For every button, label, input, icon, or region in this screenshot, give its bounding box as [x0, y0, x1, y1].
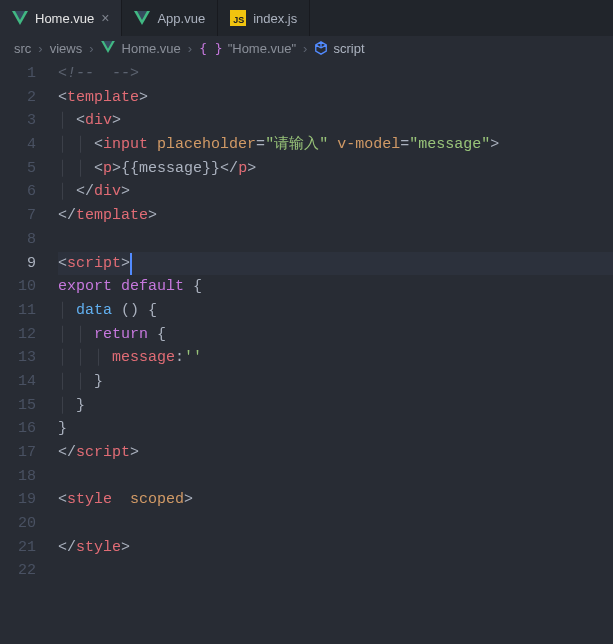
- breadcrumb-item[interactable]: Home.vue: [101, 41, 181, 56]
- code-line[interactable]: │ │ <p>{{message}}</p>: [58, 157, 613, 181]
- code-line[interactable]: │ │ }: [58, 370, 613, 394]
- line-number: 6: [0, 180, 58, 204]
- code-line[interactable]: <script>: [58, 252, 613, 276]
- brace-icon: { }: [199, 41, 222, 56]
- line-number: 15: [0, 394, 58, 418]
- vue-icon: [101, 41, 117, 55]
- breadcrumb-item[interactable]: script: [314, 41, 364, 56]
- breadcrumb-item[interactable]: views: [50, 41, 83, 56]
- line-number: 17: [0, 441, 58, 465]
- line-number: 4: [0, 133, 58, 157]
- code-line[interactable]: │ </div>: [58, 180, 613, 204]
- code-line[interactable]: }: [58, 417, 613, 441]
- code-content[interactable]: <!-- --><template>│ <div>│ │ <input plac…: [58, 60, 613, 644]
- tab-bar: Home.vue × App.vue JS index.js: [0, 0, 613, 36]
- line-number: 13: [0, 346, 58, 370]
- line-number: 16: [0, 417, 58, 441]
- code-line[interactable]: <style scoped>: [58, 488, 613, 512]
- chevron-right-icon: ›: [302, 41, 308, 56]
- vue-icon: [12, 11, 28, 25]
- tab-label: index.js: [253, 11, 297, 26]
- cube-icon: [314, 41, 328, 55]
- line-number: 21: [0, 536, 58, 560]
- code-line[interactable]: [58, 559, 613, 583]
- line-number: 9: [0, 252, 58, 276]
- breadcrumb-item[interactable]: { } "Home.vue": [199, 41, 296, 56]
- tab-label: App.vue: [157, 11, 205, 26]
- chevron-right-icon: ›: [88, 41, 94, 56]
- code-line[interactable]: │ }: [58, 394, 613, 418]
- line-number: 14: [0, 370, 58, 394]
- line-number: 8: [0, 228, 58, 252]
- breadcrumb: src › views › Home.vue › { } "Home.vue" …: [0, 36, 613, 60]
- breadcrumb-item[interactable]: src: [14, 41, 31, 56]
- tab-index-js[interactable]: JS index.js: [218, 0, 310, 36]
- line-number: 12: [0, 323, 58, 347]
- tab-home-vue[interactable]: Home.vue ×: [0, 0, 122, 36]
- code-line[interactable]: export default {: [58, 275, 613, 299]
- line-number: 22: [0, 559, 58, 583]
- code-line[interactable]: │ <div>: [58, 109, 613, 133]
- code-editor[interactable]: 12345678910111213141516171819202122 <!--…: [0, 60, 613, 644]
- close-icon[interactable]: ×: [101, 11, 109, 25]
- line-number: 11: [0, 299, 58, 323]
- code-line[interactable]: </style>: [58, 536, 613, 560]
- text-cursor: [130, 253, 132, 275]
- line-number: 18: [0, 465, 58, 489]
- code-line[interactable]: [58, 228, 613, 252]
- line-number: 1: [0, 62, 58, 86]
- line-number: 7: [0, 204, 58, 228]
- tab-app-vue[interactable]: App.vue: [122, 0, 218, 36]
- code-line[interactable]: <!-- -->: [58, 62, 613, 86]
- line-number: 10: [0, 275, 58, 299]
- line-number: 5: [0, 157, 58, 181]
- code-line[interactable]: [58, 465, 613, 489]
- code-line[interactable]: </script>: [58, 441, 613, 465]
- code-line[interactable]: <template>: [58, 86, 613, 110]
- code-line[interactable]: </template>: [58, 204, 613, 228]
- code-line[interactable]: [58, 512, 613, 536]
- line-number-gutter: 12345678910111213141516171819202122: [0, 60, 58, 644]
- js-icon: JS: [230, 10, 246, 26]
- line-number: 3: [0, 109, 58, 133]
- line-number: 2: [0, 86, 58, 110]
- tab-label: Home.vue: [35, 11, 94, 26]
- code-line[interactable]: │ data () {: [58, 299, 613, 323]
- code-line[interactable]: │ │ return {: [58, 323, 613, 347]
- code-line[interactable]: │ │ <input placeholder="请输入" v-model="me…: [58, 133, 613, 157]
- line-number: 20: [0, 512, 58, 536]
- line-number: 19: [0, 488, 58, 512]
- code-line[interactable]: │ │ │ message:'': [58, 346, 613, 370]
- chevron-right-icon: ›: [187, 41, 193, 56]
- chevron-right-icon: ›: [37, 41, 43, 56]
- vue-icon: [134, 11, 150, 25]
